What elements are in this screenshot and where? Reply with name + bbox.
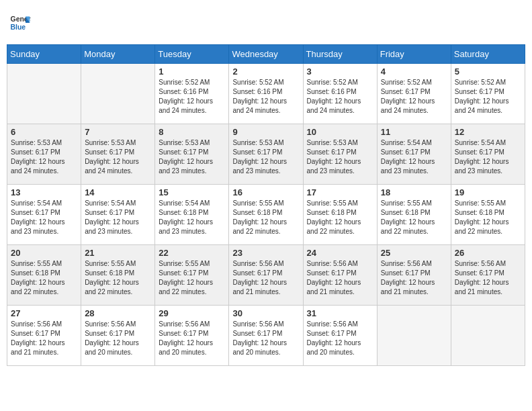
day-info: Sunrise: 5:55 AM Sunset: 6:18 PM Dayligh… (307, 199, 373, 236)
day-number: 24 (307, 248, 373, 258)
weekday-header-row: SundayMondayTuesdayWednesdayThursdayFrid… (7, 45, 525, 64)
day-info: Sunrise: 5:55 AM Sunset: 6:18 PM Dayligh… (85, 259, 151, 297)
day-info: Sunrise: 5:54 AM Sunset: 6:18 PM Dayligh… (159, 199, 225, 236)
day-cell: 19Sunrise: 5:55 AM Sunset: 6:18 PM Dayli… (451, 185, 525, 245)
week-row-3: 13Sunrise: 5:54 AM Sunset: 6:17 PM Dayli… (7, 185, 525, 245)
day-number: 1 (159, 66, 225, 77)
day-cell: 18Sunrise: 5:55 AM Sunset: 6:18 PM Dayli… (377, 185, 451, 245)
weekday-header-wednesday: Wednesday (229, 45, 303, 64)
calendar: SundayMondayTuesdayWednesdayThursdayFrid… (7, 44, 525, 366)
day-cell: 13Sunrise: 5:54 AM Sunset: 6:17 PM Dayli… (7, 185, 81, 245)
day-cell: 1Sunrise: 5:52 AM Sunset: 6:16 PM Daylig… (155, 64, 229, 124)
day-cell (81, 64, 155, 124)
day-number: 13 (11, 187, 77, 197)
day-cell: 9Sunrise: 5:53 AM Sunset: 6:17 PM Daylig… (229, 124, 303, 185)
day-number: 16 (232, 187, 299, 197)
day-info: Sunrise: 5:52 AM Sunset: 6:17 PM Dayligh… (381, 78, 447, 116)
weekday-header-saturday: Saturday (451, 45, 525, 64)
day-number: 23 (232, 248, 299, 258)
day-number: 14 (85, 187, 151, 197)
day-info: Sunrise: 5:55 AM Sunset: 6:17 PM Dayligh… (159, 259, 225, 297)
day-number: 4 (381, 66, 447, 77)
day-number: 2 (232, 66, 299, 77)
day-cell: 10Sunrise: 5:53 AM Sunset: 6:17 PM Dayli… (303, 124, 377, 185)
day-info: Sunrise: 5:56 AM Sunset: 6:17 PM Dayligh… (11, 320, 77, 357)
day-cell: 26Sunrise: 5:56 AM Sunset: 6:17 PM Dayli… (451, 245, 525, 306)
day-info: Sunrise: 5:53 AM Sunset: 6:17 PM Dayligh… (307, 138, 373, 176)
day-cell: 24Sunrise: 5:56 AM Sunset: 6:17 PM Dayli… (303, 245, 377, 306)
day-info: Sunrise: 5:55 AM Sunset: 6:18 PM Dayligh… (455, 199, 521, 236)
day-cell: 7Sunrise: 5:53 AM Sunset: 6:17 PM Daylig… (81, 124, 155, 185)
day-number: 12 (455, 127, 521, 137)
day-cell (377, 306, 451, 366)
day-number: 28 (85, 308, 151, 318)
weekday-header-sunday: Sunday (7, 45, 81, 64)
week-row-1: 1Sunrise: 5:52 AM Sunset: 6:16 PM Daylig… (7, 64, 525, 124)
day-info: Sunrise: 5:52 AM Sunset: 6:17 PM Dayligh… (455, 78, 521, 116)
day-cell: 31Sunrise: 5:56 AM Sunset: 6:17 PM Dayli… (303, 306, 377, 366)
day-info: Sunrise: 5:54 AM Sunset: 6:17 PM Dayligh… (11, 199, 77, 236)
day-cell: 27Sunrise: 5:56 AM Sunset: 6:17 PM Dayli… (7, 306, 81, 366)
day-number: 15 (159, 187, 225, 197)
day-number: 26 (455, 248, 521, 258)
day-info: Sunrise: 5:56 AM Sunset: 6:17 PM Dayligh… (232, 320, 299, 357)
day-cell: 22Sunrise: 5:55 AM Sunset: 6:17 PM Dayli… (155, 245, 229, 306)
day-info: Sunrise: 5:53 AM Sunset: 6:17 PM Dayligh… (232, 138, 299, 176)
day-cell: 25Sunrise: 5:56 AM Sunset: 6:17 PM Dayli… (377, 245, 451, 306)
day-info: Sunrise: 5:54 AM Sunset: 6:17 PM Dayligh… (85, 199, 151, 236)
weekday-header-tuesday: Tuesday (155, 45, 229, 64)
weekday-header-friday: Friday (377, 45, 451, 64)
day-info: Sunrise: 5:56 AM Sunset: 6:17 PM Dayligh… (232, 259, 299, 297)
day-cell: 21Sunrise: 5:55 AM Sunset: 6:18 PM Dayli… (81, 245, 155, 306)
week-row-5: 27Sunrise: 5:56 AM Sunset: 6:17 PM Dayli… (7, 306, 525, 366)
day-info: Sunrise: 5:54 AM Sunset: 6:17 PM Dayligh… (381, 138, 447, 176)
day-info: Sunrise: 5:55 AM Sunset: 6:18 PM Dayligh… (381, 199, 447, 236)
day-cell: 2Sunrise: 5:52 AM Sunset: 6:16 PM Daylig… (229, 64, 303, 124)
day-number: 6 (11, 127, 77, 137)
day-number: 11 (381, 127, 447, 137)
day-number: 21 (85, 248, 151, 258)
day-number: 5 (455, 66, 521, 77)
day-number: 25 (381, 248, 447, 258)
day-number: 3 (307, 66, 373, 77)
day-info: Sunrise: 5:56 AM Sunset: 6:17 PM Dayligh… (381, 259, 447, 297)
day-number: 7 (85, 127, 151, 137)
day-info: Sunrise: 5:55 AM Sunset: 6:18 PM Dayligh… (11, 259, 77, 297)
day-cell (7, 64, 81, 124)
day-number: 30 (232, 308, 299, 318)
day-cell: 17Sunrise: 5:55 AM Sunset: 6:18 PM Dayli… (303, 185, 377, 245)
day-info: Sunrise: 5:56 AM Sunset: 6:17 PM Dayligh… (307, 320, 373, 357)
day-number: 22 (159, 248, 225, 258)
logo: General Blue (9, 12, 31, 34)
day-number: 17 (307, 187, 373, 197)
day-cell: 23Sunrise: 5:56 AM Sunset: 6:17 PM Dayli… (229, 245, 303, 306)
day-number: 31 (307, 308, 373, 318)
day-cell: 12Sunrise: 5:54 AM Sunset: 6:17 PM Dayli… (451, 124, 525, 185)
day-number: 20 (11, 248, 77, 258)
day-number: 19 (455, 187, 521, 197)
day-number: 27 (11, 308, 77, 318)
weekday-header-thursday: Thursday (303, 45, 377, 64)
day-cell: 14Sunrise: 5:54 AM Sunset: 6:17 PM Dayli… (81, 185, 155, 245)
day-info: Sunrise: 5:52 AM Sunset: 6:16 PM Dayligh… (232, 78, 299, 116)
day-info: Sunrise: 5:55 AM Sunset: 6:18 PM Dayligh… (232, 199, 299, 236)
day-info: Sunrise: 5:56 AM Sunset: 6:17 PM Dayligh… (85, 320, 151, 357)
day-info: Sunrise: 5:53 AM Sunset: 6:17 PM Dayligh… (11, 138, 77, 176)
day-number: 18 (381, 187, 447, 197)
day-cell: 15Sunrise: 5:54 AM Sunset: 6:18 PM Dayli… (155, 185, 229, 245)
day-cell: 30Sunrise: 5:56 AM Sunset: 6:17 PM Dayli… (229, 306, 303, 366)
day-info: Sunrise: 5:52 AM Sunset: 6:16 PM Dayligh… (307, 78, 373, 116)
logo-icon: General Blue (9, 12, 31, 34)
day-cell: 11Sunrise: 5:54 AM Sunset: 6:17 PM Dayli… (377, 124, 451, 185)
day-cell: 16Sunrise: 5:55 AM Sunset: 6:18 PM Dayli… (229, 185, 303, 245)
day-cell: 28Sunrise: 5:56 AM Sunset: 6:17 PM Dayli… (81, 306, 155, 366)
day-cell: 20Sunrise: 5:55 AM Sunset: 6:18 PM Dayli… (7, 245, 81, 306)
day-number: 8 (159, 127, 225, 137)
day-number: 9 (232, 127, 299, 137)
header: General Blue (7, 7, 525, 39)
day-cell: 3Sunrise: 5:52 AM Sunset: 6:16 PM Daylig… (303, 64, 377, 124)
day-cell: 8Sunrise: 5:53 AM Sunset: 6:17 PM Daylig… (155, 124, 229, 185)
day-info: Sunrise: 5:52 AM Sunset: 6:16 PM Dayligh… (159, 78, 225, 116)
day-info: Sunrise: 5:54 AM Sunset: 6:17 PM Dayligh… (455, 138, 521, 176)
weekday-header-monday: Monday (81, 45, 155, 64)
